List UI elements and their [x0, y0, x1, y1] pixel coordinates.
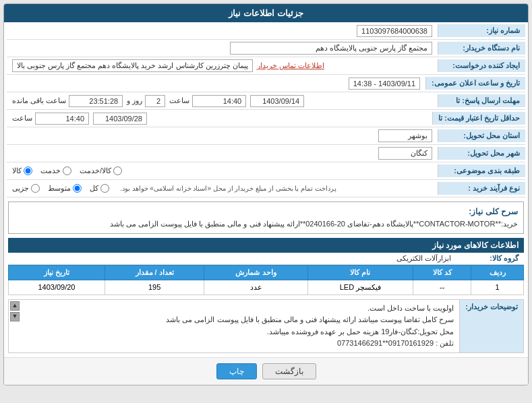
- notes-line: سرح کامل تقاضا پیوست میباشد ارائه پیشنها…: [14, 314, 454, 326]
- baghimande-label: ساعت باقی مانده: [12, 96, 66, 105]
- nam-dastgah-value: مجتمع گاز پارس جنوبی پالایشگاه دهم: [7, 40, 438, 57]
- ostan-label: استان محل تحویل:: [438, 129, 525, 142]
- shomare-niaz-value: 1103097684000638: [7, 23, 438, 39]
- kala-info-header: اطلاعات کالاهای مورد نیاز: [8, 238, 524, 253]
- th-nam-kala: نام کالا: [307, 265, 413, 280]
- nave-jozi-option[interactable]: جزیی: [12, 184, 40, 193]
- cell-tarikh: 1403/09/20: [9, 280, 105, 294]
- bazgasht-button[interactable]: بازگشت: [262, 363, 316, 379]
- ettelaat-tamas-link[interactable]: اطلاعات تماس خریدار: [257, 61, 324, 70]
- notes-line: تلفن : 09170161929**07731466291: [14, 338, 454, 350]
- shahr-input: کنگان: [378, 147, 432, 160]
- nave-jozi-radio[interactable]: [31, 184, 40, 193]
- tabaghe-kala-khedmat-option[interactable]: کالا/خدمت: [80, 166, 122, 175]
- nave-kol-radio[interactable]: [100, 184, 109, 193]
- footer-buttons: بازگشت چاپ: [4, 357, 528, 385]
- tarikh-value: 1403/09/11 - 14:38: [7, 75, 425, 92]
- tabaghe-khedmat-radio[interactable]: [63, 166, 71, 175]
- nave-note: پرداخت تمام یا بخشی از مبلغ خریدار از مح…: [115, 183, 342, 194]
- mohlat-date: 1403/09/14: [250, 95, 304, 107]
- shahr-label: شهر محل تحویل:: [438, 147, 525, 160]
- hadaqal-saat-label: ساعت: [12, 114, 32, 123]
- notes-scroll-area: اولویت با ساخت داخل است.سرح کامل تقاضا پ…: [14, 303, 454, 350]
- cell-tedad: 195: [105, 280, 204, 294]
- th-vahed: واحد شمارش: [204, 265, 307, 280]
- page-title: جزئیات اطلاعات نیاز: [4, 4, 528, 22]
- nave-farayand-radio-group: جزیی متوسط کل: [12, 184, 109, 193]
- scroll-down-button[interactable]: ▼: [10, 312, 20, 321]
- info-content-area: شماره نیاز: 1103097684000638 نام دستگاه …: [4, 22, 528, 197]
- ostan-input: بوشهر: [378, 129, 432, 142]
- shomare-niaz-label: شماره نیاز:: [438, 24, 525, 37]
- ijad-konande-value: پیمان چترزرین کارشناس ارشد خرید پالایشگا…: [7, 57, 438, 74]
- tarikh-row: تاریخ و ساعت اعلان عمومی: 1403/09/11 - 1…: [7, 75, 525, 92]
- roz-label: روز و: [127, 96, 142, 105]
- nave-motvaset-label: متوسط: [48, 184, 71, 193]
- srh-content: خرید:**CONTACTOR-MOTOR**پالایشگاه دهم-تف…: [14, 218, 518, 230]
- ostan-row: استان محل تحویل: بوشهر: [7, 127, 525, 145]
- tarikh-input: 1403/09/11 - 14:38: [349, 78, 420, 90]
- notes-content: اولویت با ساخت داخل است.سرح کامل تقاضا پ…: [8, 299, 459, 353]
- nave-farayand-label: نوع فرآیند خرید :: [438, 182, 525, 195]
- nave-kol-option[interactable]: کل: [90, 184, 109, 193]
- nave-kol-label: کل: [90, 184, 98, 193]
- shahr-row: شهر محل تحویل: کنگان: [7, 145, 525, 162]
- tabaghe-row: طبقه بندی موضوعی: کالا خدمت: [7, 162, 525, 180]
- tabaghe-khedmat-label: خدمت: [40, 166, 61, 175]
- main-container: جزئیات اطلاعات نیاز شماره نیاز: 11030976…: [3, 3, 529, 385]
- chap-button[interactable]: چاپ: [216, 363, 257, 379]
- hadaqal-row: حداقل تاریخ اعتبار قیمت: تا 14:40 ساعت 1…: [7, 110, 525, 127]
- hadaqal-saat: 14:40: [35, 113, 89, 125]
- nam-dastgah-label: نام دستگاه خریدار:: [438, 42, 525, 55]
- tarikh-label: تاریخ و ساعت اعلان عمومی:: [425, 77, 525, 90]
- tabaghe-khedmat-option[interactable]: خدمت: [40, 166, 71, 175]
- notes-line: اولویت با ساخت داخل است.: [14, 303, 454, 315]
- nave-farayand-value: جزیی متوسط کل پرداخت تمام یا بخشی از مبل…: [7, 181, 438, 196]
- tabaghe-label: طبقه بندی موضوعی:: [438, 164, 525, 177]
- tabaghe-radio-group: کالا خدمت کالا/خدمت: [12, 166, 432, 175]
- cell-vahed: عدد: [204, 280, 307, 294]
- tabaghe-kala-option[interactable]: کالا: [12, 166, 32, 175]
- ostan-value: بوشهر: [7, 127, 438, 144]
- hadaqal-value: 14:40 ساعت 1403/09/28: [7, 111, 432, 127]
- tabaghe-kala-khedmat-radio[interactable]: [113, 166, 122, 175]
- mohlat-row: مهلت ارسال پاسخ: تا 23:51:28 ساعت باقی م…: [7, 92, 525, 110]
- mohlat-label: مهلت ارسال پاسخ: تا: [438, 94, 525, 107]
- nam-dastgah-input: مجتمع گاز پارس جنوبی پالایشگاه دهم: [230, 42, 432, 55]
- th-tedad: تعداد / مقدار: [105, 265, 204, 280]
- ijad-konande-label: ایجاد کننده درخواست:: [438, 59, 525, 72]
- th-tarikh: تاریخ نیاز: [9, 265, 105, 280]
- grohe-kala-row: گروه کالا: ابزارآلات الکتریکی: [8, 253, 524, 265]
- tabaghe-kala-khedmat-label: کالا/خدمت: [80, 166, 111, 175]
- th-kod-kala: کد کالا: [413, 265, 471, 280]
- tabaghe-value: کالا خدمت کالا/خدمت: [7, 164, 438, 177]
- notes-scroll-buttons: ▲ ▼: [10, 301, 20, 321]
- notes-label: توضیحات خریدار:: [459, 299, 524, 353]
- mohlat-saat: 14:40: [192, 95, 246, 107]
- ijad-konande-input: پیمان چترزرین کارشناس ارشد خرید پالایشگا…: [12, 59, 253, 72]
- shomare-niaz-row: شماره نیاز: 1103097684000638: [7, 22, 525, 40]
- cell-namKala: فیکسچر LED: [307, 280, 413, 294]
- grohe-kala-value: ابزارآلات الکتریکی: [396, 254, 451, 263]
- page-wrapper: جزئیات اطلاعات نیاز شماره نیاز: 11030976…: [0, 0, 532, 389]
- tabaghe-kala-radio[interactable]: [24, 166, 32, 175]
- products-section: اطلاعات کالاهای مورد نیاز گروه کالا: ابز…: [8, 238, 524, 295]
- nave-farayand-row: نوع فرآیند خرید : جزیی متوسط: [7, 180, 525, 197]
- nave-motvaset-radio[interactable]: [73, 184, 82, 193]
- table-row: 1--فیکسچر LEDعدد1951403/09/20: [9, 280, 524, 294]
- srh-label: سرح کلی نیاز:: [14, 205, 518, 218]
- srh-section: سرح کلی نیاز: خرید:**CONTACTOR-MOTOR**پا…: [8, 202, 524, 234]
- notes-line: محل تحویل:کنگان-فار19 هزینه حمل بر عهده …: [14, 326, 454, 338]
- nave-motvaset-option[interactable]: متوسط: [48, 184, 82, 193]
- tabaghe-kala-label: کالا: [12, 166, 22, 175]
- hadaqal-date: 1403/09/28: [93, 113, 147, 125]
- saat-label: ساعت: [169, 96, 189, 105]
- notes-section: توضیحات خریدار: اولویت با ساخت داخل است.…: [8, 299, 524, 353]
- shahr-value: کنگان: [7, 145, 438, 162]
- grohe-kala-label: گروه کالا:: [451, 254, 519, 263]
- cell-kodKala: --: [413, 280, 471, 294]
- nam-dastgah-row: نام دستگاه خریدار: مجتمع گاز پارس جنوبی …: [7, 40, 525, 57]
- scroll-up-button[interactable]: ▲: [10, 301, 20, 311]
- mohlat-value: 23:51:28 ساعت باقی مانده 2 روز و 14:40 س…: [7, 93, 438, 109]
- cell-radif: 1: [471, 280, 524, 294]
